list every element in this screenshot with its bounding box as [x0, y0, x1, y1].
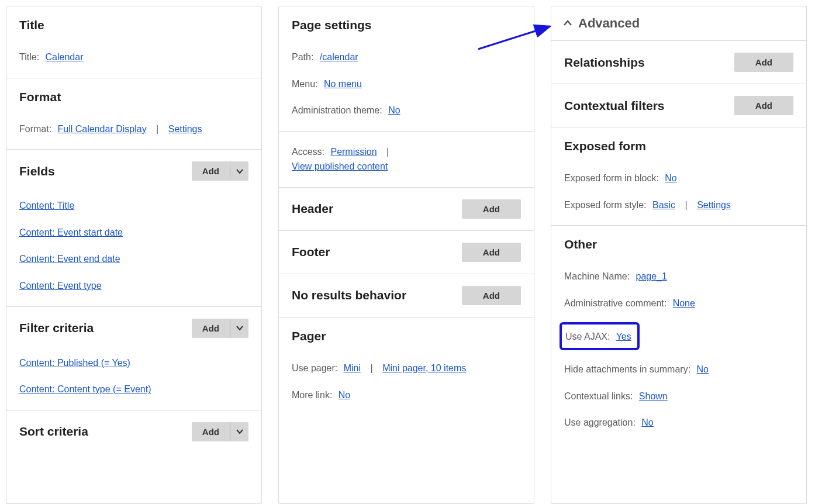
chevron-down-icon: [235, 323, 244, 333]
title-link[interactable]: Calendar: [46, 52, 84, 62]
fields-heading: Fields: [19, 164, 55, 178]
filter-item-published[interactable]: Content: Published (= Yes): [19, 358, 130, 368]
filter-item-type[interactable]: Content: Content type (= Event): [19, 384, 151, 394]
chevron-down-icon: [235, 167, 244, 176]
title-label: Title:: [19, 52, 39, 62]
hide-attachments-label: Hide attachments in summary:: [564, 364, 690, 374]
exposed-style-label: Exposed form style:: [564, 200, 647, 210]
footer-add-button[interactable]: Add: [462, 243, 521, 262]
filter-add-group: Add: [192, 319, 248, 338]
admin-theme-link[interactable]: No: [388, 105, 400, 115]
exposed-block-link[interactable]: No: [665, 173, 676, 183]
pager-heading: Pager: [292, 329, 326, 343]
separator: |: [685, 198, 688, 213]
chevron-up-icon: [563, 19, 572, 28]
format-value-link[interactable]: Full Calendar Display: [58, 124, 147, 134]
contextual-filters-block: Contextual filters Add: [551, 84, 806, 127]
fields-add-button[interactable]: Add: [192, 161, 230, 181]
fields-add-group: Add: [192, 161, 248, 181]
fields-add-dropdown[interactable]: [230, 161, 248, 181]
access-link[interactable]: Permission: [330, 147, 377, 157]
contextual-filters-heading: Contextual filters: [564, 99, 665, 113]
pager-settings-link[interactable]: Mini pager, 10 items: [382, 363, 466, 373]
page-settings-heading: Page settings: [292, 18, 372, 32]
use-pager-label: Use pager:: [292, 363, 337, 373]
format-settings-link[interactable]: Settings: [168, 124, 202, 134]
relationships-add-button[interactable]: Add: [734, 53, 793, 72]
exposed-block-label: Exposed form in block:: [564, 173, 659, 183]
sort-add-dropdown[interactable]: [230, 422, 248, 441]
menu-link[interactable]: No menu: [324, 79, 362, 89]
use-ajax-link[interactable]: Yes: [616, 332, 631, 341]
fields-block: Fields Add Content: Title Content: Event…: [6, 150, 261, 306]
field-item-type[interactable]: Content: Event type: [19, 281, 102, 291]
separator: |: [371, 361, 373, 376]
title-block: Title Title: Calendar: [6, 6, 261, 78]
exposed-style-settings-link[interactable]: Settings: [697, 200, 731, 210]
page-settings-block: Page settings Path: /calendar Menu: No m…: [279, 6, 534, 188]
exposed-form-block: Exposed form Exposed form in block: No E…: [551, 127, 806, 226]
sort-add-group: Add: [192, 422, 248, 441]
format-block: Format Format: Full Calendar Display | S…: [6, 78, 261, 150]
access-label: Access:: [292, 147, 324, 157]
hide-attachments-link[interactable]: No: [697, 364, 709, 374]
admin-comment-label: Administrative comment:: [564, 298, 666, 308]
use-aggregation-link[interactable]: No: [641, 417, 653, 427]
admin-comment-link[interactable]: None: [673, 298, 695, 308]
contextual-links-link[interactable]: Shown: [639, 391, 668, 401]
field-item-title[interactable]: Content: Title: [19, 201, 74, 210]
more-link-value[interactable]: No: [339, 390, 350, 400]
path-link[interactable]: /calendar: [320, 52, 358, 62]
no-results-heading: No results behavior: [292, 288, 406, 302]
chevron-down-icon: [235, 427, 244, 436]
footer-heading: Footer: [292, 245, 330, 259]
use-ajax-highlight: Use AJAX: Yes: [560, 322, 640, 350]
header-heading: Header: [292, 202, 333, 216]
sort-add-button[interactable]: Add: [192, 422, 230, 441]
more-link-label: More link:: [292, 390, 332, 400]
machine-name-link[interactable]: page_1: [636, 271, 667, 281]
relationships-heading: Relationships: [564, 56, 645, 70]
no-results-add-button[interactable]: Add: [462, 286, 521, 305]
advanced-heading: Advanced: [578, 16, 640, 31]
format-label: Format:: [19, 124, 51, 134]
use-pager-link[interactable]: Mini: [344, 363, 361, 373]
filter-heading: Filter criteria: [19, 321, 94, 335]
path-label: Path:: [292, 52, 313, 62]
other-block: Other Machine Name: page_1 Administrativ…: [551, 226, 806, 443]
admin-theme-label: Administration theme:: [292, 105, 382, 115]
filter-block: Filter criteria Add Content: Published (…: [6, 307, 261, 410]
header-block: Header Add: [279, 188, 534, 231]
relationships-block: Relationships Add: [551, 41, 806, 84]
filter-add-dropdown[interactable]: [230, 319, 248, 338]
menu-label: Menu:: [292, 79, 317, 89]
footer-block: Footer Add: [279, 231, 534, 274]
exposed-style-link[interactable]: Basic: [652, 200, 675, 210]
other-heading: Other: [564, 237, 597, 251]
separator: |: [386, 144, 389, 160]
column-advanced: Advanced Relationships Add Contextual fi…: [551, 6, 807, 504]
use-aggregation-label: Use aggregation:: [564, 417, 636, 427]
field-item-start[interactable]: Content: Event start date: [19, 227, 123, 237]
pager-block: Pager Use pager: Mini | Mini pager, 10 i…: [279, 317, 534, 415]
machine-name-label: Machine Name:: [564, 271, 630, 281]
field-item-end[interactable]: Content: Event end date: [19, 254, 120, 264]
contextual-filters-add-button[interactable]: Add: [734, 96, 793, 115]
exposed-form-heading: Exposed form: [564, 139, 646, 153]
separator: |: [156, 122, 158, 137]
advanced-toggle[interactable]: Advanced: [551, 6, 806, 41]
filter-add-button[interactable]: Add: [192, 319, 230, 338]
format-heading: Format: [19, 90, 61, 104]
no-results-block: No results behavior Add: [279, 274, 534, 317]
contextual-links-label: Contextual links:: [564, 391, 633, 401]
column-page-settings: Page settings Path: /calendar Menu: No m…: [278, 6, 534, 504]
sort-block: Sort criteria Add: [6, 410, 261, 441]
access-detail-link[interactable]: View published content: [292, 161, 388, 171]
use-ajax-label: Use AJAX:: [565, 332, 610, 341]
title-heading: Title: [19, 18, 44, 32]
sort-heading: Sort criteria: [19, 424, 88, 439]
header-add-button[interactable]: Add: [462, 199, 521, 219]
column-displays: Title Title: Calendar Format Format: Ful…: [6, 6, 262, 504]
